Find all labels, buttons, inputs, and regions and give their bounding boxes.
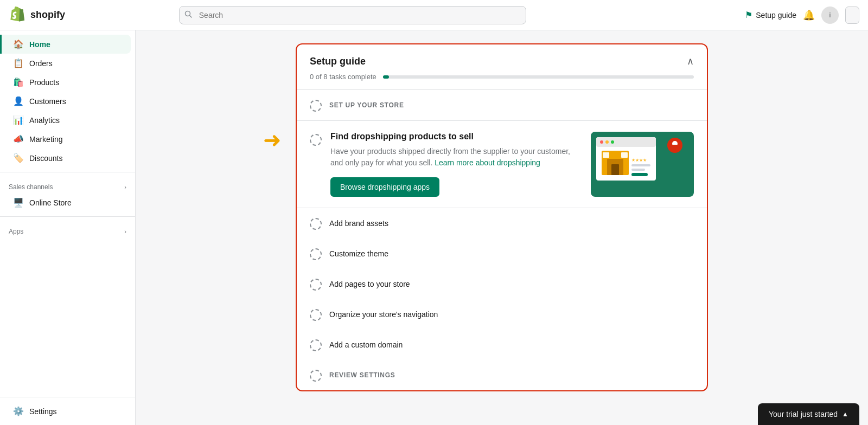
sidebar-item-marketing[interactable]: 📣 Marketing [4,130,131,149]
svg-rect-4 [596,137,656,147]
task-label-nav: Organize your store's navigation [329,310,438,319]
discounts-icon: 🏷️ [13,153,24,163]
progress-text: 0 of 8 tasks complete [310,73,376,81]
products-icon: 🛍️ [13,77,24,87]
marketing-icon: 📣 [13,134,24,144]
card-title: Setup guide [310,56,366,67]
task-dropshipping-expanded: Find dropshipping products to sell Have … [297,121,707,208]
sidebar-item-products[interactable]: 🛍️ Products [4,73,131,92]
sales-channels-section[interactable]: Sales channels › [0,177,135,193]
svg-rect-12 [621,152,628,158]
learn-more-link[interactable]: Learn more about dropshipping [435,158,540,167]
sidebar: 🏠 Home 📋 Orders 🛍️ Products 👤 Customers … [0,30,136,425]
shopify-logo[interactable]: shopify [9,7,65,24]
task-circle-theme [310,248,322,260]
sidebar-label-online-store: Online Store [29,198,72,207]
task-add-pages[interactable]: Add pages to your store [297,269,707,299]
home-icon: 🏠 [13,39,24,49]
sidebar-label-marketing: Marketing [29,135,62,144]
arrow-annotation: ➜ [263,127,282,152]
sidebar-label-settings: Settings [29,407,57,416]
card-header: Setup guide ∧ 0 of 8 tasks complete [297,44,707,90]
sidebar-label-orders: Orders [29,59,53,68]
customers-icon: 👤 [13,96,24,106]
apps-section[interactable]: Apps › [0,221,135,237]
sidebar-item-online-store[interactable]: 🖥️ Online Store [4,193,131,212]
task-label-brand: Add brand assets [329,219,388,228]
svg-point-5 [600,140,603,144]
topbar: shopify ⚑ Setup guide 🔔 i [0,0,868,30]
collapse-button[interactable]: ∧ [687,55,694,67]
avatar: i [821,7,839,24]
task-label-pages: Add pages to your store [329,280,410,288]
task-circle-dropshipping [310,134,322,146]
sales-channels-label: Sales channels [9,183,53,191]
trial-banner[interactable]: Your trial just started ▲ [758,403,859,425]
task-brand-assets[interactable]: Add brand assets [297,208,707,239]
task-label-theme: Customize theme [329,249,388,258]
task-circle-brand [310,218,322,230]
sidebar-divider-3 [0,397,135,397]
task-circle-nav [310,309,322,321]
svg-point-6 [605,140,609,144]
sidebar-label-discounts: Discounts [29,154,62,163]
task-circle-setup [310,100,322,112]
setup-guide-link[interactable]: ⚑ Setup guide [745,10,796,20]
task-illustration: ★★★★ [591,132,694,197]
sidebar-item-orders[interactable]: 📋 Orders [4,54,131,73]
task-circle-domain [310,339,322,351]
sidebar-item-settings[interactable]: ⚙️ Settings [4,402,131,421]
progress-row: 0 of 8 tasks complete [310,73,694,81]
flag-icon: ⚑ [745,10,752,20]
sidebar-item-home[interactable]: 🏠 Home [0,35,131,54]
sidebar-divider-2 [0,216,135,217]
svg-rect-16 [631,173,648,176]
task-label-domain: Add a custom domain [329,340,403,349]
topbar-actions: ⚑ Setup guide 🔔 i [745,7,859,24]
dropshipping-illustration: ★★★★ [591,132,694,197]
svg-point-7 [611,140,614,144]
shopify-logo-icon [9,7,26,24]
svg-line-1 [189,15,192,17]
progress-bar-bg [383,75,694,79]
sidebar-divider-1 [0,172,135,172]
logo-text: shopify [30,9,65,21]
task-label-setup: SET UP YOUR STORE [329,101,404,109]
task-review-settings[interactable]: REVIEW SETTINGS [297,360,707,390]
account-button[interactable] [845,7,859,24]
trial-banner-text: Your trial just started [769,410,838,418]
bell-icon[interactable]: 🔔 [803,9,815,21]
sidebar-label-analytics: Analytics [29,116,60,125]
sidebar-label-products: Products [29,78,59,87]
task-customize-theme[interactable]: Customize theme [297,239,707,269]
card-header-top: Setup guide ∧ [310,55,694,67]
online-store-icon: 🖥️ [13,197,24,208]
task-label-review: REVIEW SETTINGS [329,371,395,379]
task-navigation[interactable]: Organize your store's navigation [297,299,707,330]
svg-rect-10 [611,164,619,175]
browse-dropshipping-button[interactable]: Browse dropshipping apps [330,177,439,197]
svg-text:★★★★: ★★★★ [631,158,647,163]
sidebar-item-discounts[interactable]: 🏷️ Discounts [4,149,131,168]
apps-chevron: › [124,228,126,235]
sidebar-label-customers: Customers [29,97,66,106]
expanded-task-content: Find dropshipping products to sell Have … [330,132,582,197]
task-custom-domain[interactable]: Add a custom domain [297,330,707,360]
search-bar [179,6,526,24]
app-body: 🏠 Home 📋 Orders 🛍️ Products 👤 Customers … [0,30,868,425]
sidebar-bottom: ⚙️ Settings [0,392,135,421]
sidebar-item-analytics[interactable]: 📊 Analytics [4,111,131,130]
orders-icon: 📋 [13,58,24,68]
svg-rect-11 [603,152,609,158]
svg-rect-14 [631,164,650,166]
main-content: ➜ Setup guide ∧ 0 of 8 tasks complete [136,30,868,425]
svg-rect-15 [631,169,645,171]
sidebar-item-customers[interactable]: 👤 Customers [4,92,131,111]
setup-guide-card: Setup guide ∧ 0 of 8 tasks complete SET … [296,43,708,391]
task-set-up-store[interactable]: SET UP YOUR STORE [297,90,707,121]
settings-icon: ⚙️ [13,406,24,416]
search-input[interactable] [179,6,526,24]
analytics-icon: 📊 [13,115,24,125]
apps-label: Apps [9,228,23,235]
task-circle-review [310,370,322,382]
